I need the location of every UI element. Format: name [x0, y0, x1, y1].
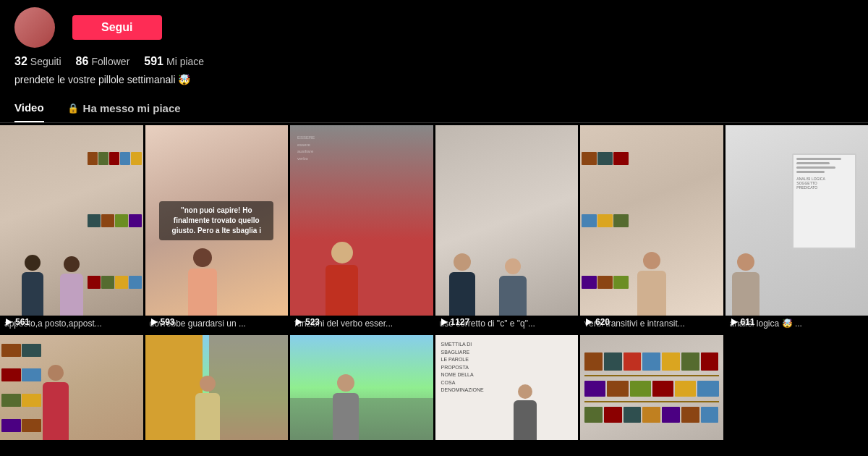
video-card-10[interactable]: SMETTILA DI SBAGLIARE LE PAROLE PROPOSTA…	[435, 335, 579, 440]
video-card-5[interactable]: 620 verbi transitivi e intransit...	[580, 125, 723, 333]
scene	[0, 335, 143, 440]
play-icon-6: 611	[731, 317, 755, 327]
video-grid-row2: SMETTILA DI SBAGLIARE LE PAROLE PROPOSTA…	[0, 333, 868, 440]
profile-header: Segui	[0, 0, 868, 52]
scene	[435, 335, 579, 440]
mipiace-count: 591	[144, 55, 163, 68]
play-icon-4: 1127	[441, 317, 470, 327]
scene	[290, 125, 433, 316]
profile-bio: prendete le vostre pillole settimanali 🤯	[0, 71, 868, 94]
video-card-4[interactable]: 1127 uso corretto di "c" e "q"...	[435, 125, 579, 333]
follower-count: 86	[76, 55, 89, 68]
seguiti-count: 32	[14, 55, 27, 68]
video-card-9[interactable]	[290, 335, 433, 440]
video-card-1[interactable]: 561 apposto,a posto,appost...	[0, 125, 143, 333]
scene	[0, 125, 143, 316]
scene	[290, 335, 433, 440]
scene	[726, 125, 869, 316]
video-card-2[interactable]: "non puoi capire! Ho finalmente trovato …	[145, 125, 289, 333]
seguiti-stat[interactable]: 32 Seguiti	[14, 55, 61, 68]
video-card-11[interactable]	[580, 335, 723, 440]
scene	[580, 125, 723, 316]
video-card-6[interactable]: ANALISI LOGICASOGGETTOPREDICATO 611 anal…	[726, 125, 869, 333]
video-text-overlay: "non puoi capire! Ho finalmente trovato …	[159, 201, 273, 240]
follow-button[interactable]: Segui	[72, 15, 162, 40]
scene	[145, 335, 289, 440]
video-card-3[interactable]: ESSEREessereausiliareverbo 523 funzioni …	[290, 125, 433, 333]
play-icon-3: 523	[296, 317, 320, 327]
follower-stat[interactable]: 86 Follower	[76, 55, 130, 68]
tab-liked[interactable]: 🔒 Ha messo mi piace	[67, 94, 181, 122]
video-card-7[interactable]	[0, 335, 143, 440]
empty-slot	[726, 335, 869, 440]
tabs-bar: Video 🔒 Ha messo mi piace	[0, 94, 868, 123]
play-icon-5: 620	[586, 317, 610, 327]
video-grid-row1: 561 apposto,a posto,appost... "non puoi …	[0, 123, 868, 333]
stats-row: 32 Seguiti 86 Follower 591 Mi piace	[0, 52, 868, 71]
seguiti-label: Seguiti	[30, 56, 61, 67]
play-icon-1: 561	[6, 317, 30, 327]
tab-video[interactable]: Video	[14, 94, 44, 122]
mipiace-label: Mi piace	[166, 56, 204, 67]
avatar	[14, 7, 55, 48]
video-card-8[interactable]	[145, 335, 289, 440]
mipiace-stat[interactable]: 591 Mi piace	[144, 55, 204, 68]
scene	[435, 125, 579, 316]
lock-icon: 🔒	[67, 103, 79, 114]
follower-label: Follower	[91, 56, 129, 67]
play-icon-2: 593	[151, 317, 175, 327]
